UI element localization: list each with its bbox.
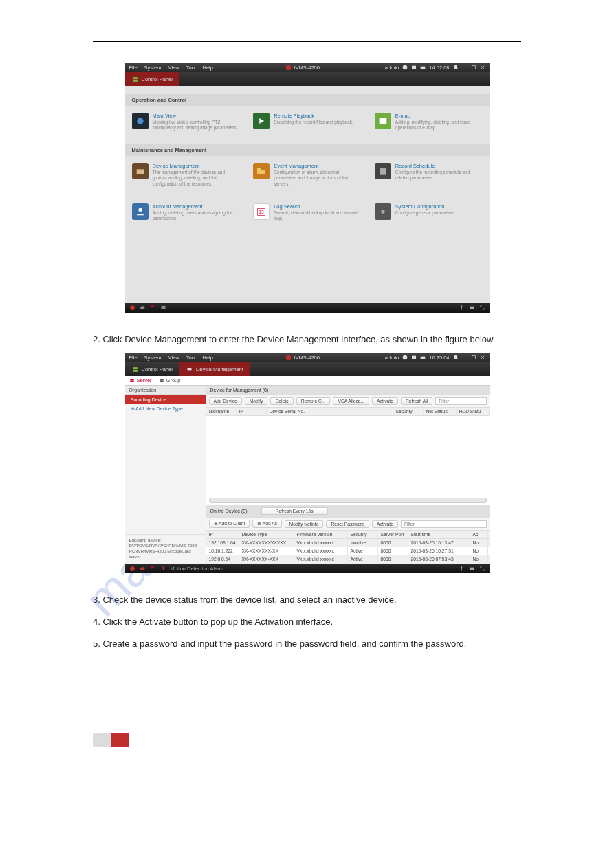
menu-help[interactable]: Help: [203, 65, 213, 71]
page-footer-block: [93, 733, 521, 747]
menu-system[interactable]: System: [144, 65, 162, 71]
svg-rect-30: [135, 369, 137, 371]
toolbar-online: ⊕ Add to Client ⊕ Add All Modify Netinfo…: [206, 518, 490, 531]
col-serial[interactable]: Device Serial No.: [267, 408, 393, 415]
menu-view[interactable]: View: [168, 65, 179, 71]
screen-icon[interactable]: [160, 304, 166, 311]
svg-rect-20: [470, 307, 473, 309]
tile-record-schedule[interactable]: Record ScheduleConfigure the recording s…: [375, 163, 483, 186]
col-netstatus[interactable]: Net Status: [424, 408, 457, 415]
lock-icon[interactable]: [453, 65, 459, 70]
tile-system-config[interactable]: System ConfigurationConfigure general pa…: [375, 203, 483, 221]
table-row[interactable]: 192.0.0.64XX-XXXXXX-XXX Vx.x.xbuild xxxx…: [206, 555, 490, 564]
svg-rect-26: [472, 356, 475, 359]
tab-control-panel-2[interactable]: Control Panel: [125, 362, 179, 376]
pin-icon-2[interactable]: [459, 566, 465, 572]
svg-point-10: [137, 118, 143, 124]
col2-device-type[interactable]: Device Type: [239, 531, 294, 538]
flag-icon-2[interactable]: [150, 566, 156, 572]
reset-password-button[interactable]: Reset Password: [326, 520, 369, 528]
add-device-button[interactable]: Add Device: [209, 397, 242, 405]
tabbar: Control Panel: [125, 72, 490, 86]
cloud-icon[interactable]: [140, 304, 146, 311]
col2-server-port[interactable]: Server Port: [378, 531, 408, 538]
menu-file[interactable]: File: [129, 65, 138, 71]
menu-help-2[interactable]: Help: [203, 355, 213, 361]
svg-rect-34: [160, 379, 163, 381]
menu-file-2[interactable]: File: [129, 355, 138, 361]
minimize-icon-2[interactable]: [462, 355, 468, 360]
svg-rect-13: [380, 168, 386, 175]
menu-tool-2[interactable]: Tool: [186, 355, 196, 361]
app-icon-2: [285, 355, 292, 361]
table-row[interactable]: 10.16.1.222XX-XXXXXXX-XX Vx.x.xbuild xxx…: [206, 547, 490, 555]
toolbar-managed: Add Device Modify Delete Remote C... VCA…: [206, 395, 490, 408]
tile-emap[interactable]: E-mapAdding, modifying, deleting, and ba…: [375, 113, 483, 131]
motion-icon[interactable]: [160, 566, 166, 572]
alarm-icon-2[interactable]: [129, 566, 135, 572]
menu-tool[interactable]: Tool: [186, 65, 196, 71]
cloud-icon-2[interactable]: [140, 566, 146, 572]
col-security[interactable]: Security: [393, 408, 424, 415]
vca-alloc-button[interactable]: VCA Alloca...: [333, 397, 369, 405]
refresh-every-button[interactable]: Refresh Every 15s: [261, 507, 328, 515]
rect-icon-2[interactable]: [469, 566, 475, 572]
menu-view-2[interactable]: View: [168, 355, 179, 361]
remote-config-button[interactable]: Remote C...: [296, 397, 331, 405]
alarm-icon[interactable]: [129, 304, 135, 311]
tile-main-view[interactable]: Main ViewViewing live video, controlling…: [132, 113, 240, 131]
menu-system-2[interactable]: System: [144, 355, 162, 361]
sidebar-encoding-device[interactable]: Encoding Device: [125, 395, 206, 404]
subtab-server[interactable]: Server: [129, 377, 152, 383]
col2-firmware[interactable]: Firmware Version: [294, 531, 348, 538]
col-hddstatus[interactable]: HDD Statu: [457, 408, 490, 415]
col-nickname[interactable]: Nickname: [206, 408, 237, 415]
expand-icon-2[interactable]: [479, 566, 485, 572]
tab-device-mgmt[interactable]: Device Management: [179, 362, 250, 376]
modify-button[interactable]: Modify: [245, 397, 268, 405]
footer-text: Motion Detection Alarm: [171, 566, 224, 572]
tile-event-mgmt[interactable]: Event ManagementConfiguration of alarm, …: [253, 163, 361, 186]
tab-control-panel[interactable]: Control Panel: [125, 72, 179, 86]
col-ip[interactable]: IP: [237, 408, 267, 415]
refresh-all-button[interactable]: Refresh All: [401, 397, 432, 405]
tile-account-mgmt[interactable]: Account ManagementAdding, deleting users…: [132, 203, 240, 221]
maximize-icon-2[interactable]: [471, 355, 476, 360]
svg-rect-33: [130, 381, 133, 382]
menubar-2: File System View Tool Help iVMS-4200 adm…: [125, 353, 490, 362]
delete-button[interactable]: Delete: [270, 397, 293, 405]
col2-added[interactable]: Ac: [470, 531, 488, 538]
tile-device-mgmt[interactable]: Device ManagementThe management of the d…: [132, 163, 240, 186]
rect-icon[interactable]: [469, 304, 475, 311]
expand-icon[interactable]: [479, 304, 485, 311]
section-operation: Operation and Control: [125, 94, 490, 106]
svg-rect-3: [421, 67, 426, 69]
tile-remote-playback[interactable]: Remote PlaybackSearching the record file…: [253, 113, 361, 131]
h-scrollbar[interactable]: [209, 498, 487, 503]
table-row[interactable]: 192.168.1.64XX-XXXXXXXXXXXX Vx.x.xbuild …: [206, 539, 490, 547]
tile-log-search[interactable]: 13 Log SearchSearch, view and backup loc…: [253, 203, 361, 221]
lock-icon-2[interactable]: [453, 355, 459, 360]
flag-icon[interactable]: [150, 304, 156, 311]
maximize-icon[interactable]: [471, 65, 476, 70]
add-to-client-button[interactable]: ⊕ Add to Client: [209, 520, 250, 528]
add-all-button[interactable]: ⊕ Add All: [252, 520, 281, 528]
svg-rect-32: [130, 379, 133, 381]
filter-input-top[interactable]: Filter: [435, 397, 486, 405]
minimize-icon[interactable]: [462, 65, 468, 70]
subtab-group[interactable]: Group: [159, 377, 181, 383]
modify-netinfo-button[interactable]: Modify Netinfo: [285, 520, 324, 528]
close-icon-2[interactable]: [480, 355, 485, 360]
svg-point-0: [286, 65, 292, 70]
col2-security[interactable]: Security: [348, 531, 378, 538]
svg-text:13: 13: [259, 210, 264, 214]
pin-icon[interactable]: [459, 304, 465, 311]
online-table-head: IP Device Type Firmware Version Security…: [206, 531, 490, 539]
close-icon[interactable]: [480, 65, 485, 70]
filter-input-bottom[interactable]: Filter: [401, 520, 487, 528]
sidebar-add-device-type[interactable]: ⊕ Add New Device Type: [125, 404, 206, 414]
activate-button-top[interactable]: Activate: [372, 397, 398, 405]
col2-ip[interactable]: IP: [206, 531, 239, 538]
col2-start-time[interactable]: Start time: [408, 531, 470, 538]
activate-button[interactable]: Activate: [372, 520, 398, 528]
